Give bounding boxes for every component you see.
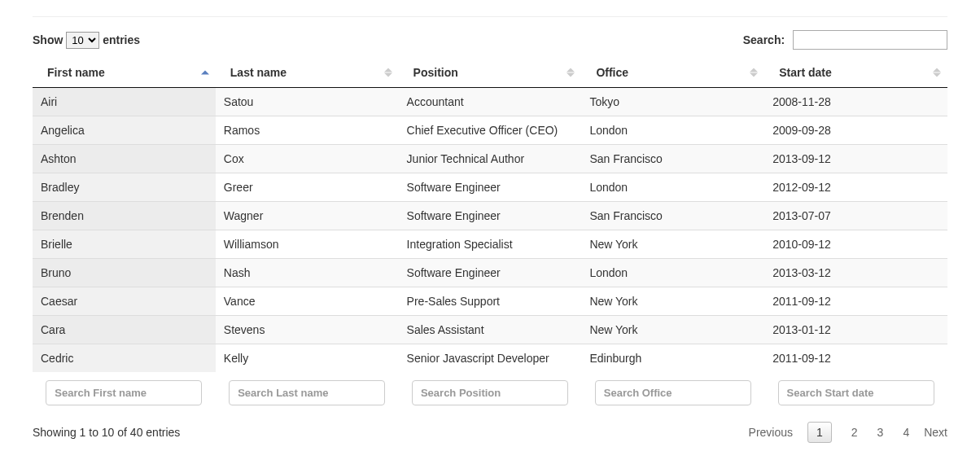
page-number[interactable]: 1 [807,422,832,443]
table-cell: Edinburgh [581,344,764,373]
table-row: CedricKellySenior Javascript DeveloperEd… [33,344,947,373]
entries-label: entries [103,33,140,46]
table-cell: New York [581,316,764,344]
table-cell: 2011-09-12 [764,287,947,316]
table-cell: Kelly [216,344,399,373]
table-cell: London [581,116,764,145]
table-cell: Tokyo [581,88,764,116]
table-cell: Ramos [216,116,399,145]
show-label: Show [33,33,63,46]
table-cell: Sales Assistant [399,316,582,344]
table-info: Showing 1 to 10 of 40 entries [33,426,180,439]
table-cell: Greer [216,173,399,202]
column-header[interactable]: Last name [216,58,399,88]
table-cell: Williamson [216,230,399,259]
table-cell: Angelica [33,116,216,145]
table-cell: San Francisco [581,145,764,173]
table-cell: 2013-01-12 [764,316,947,344]
table-cell: Ashton [33,145,216,173]
table-cell: 2012-09-12 [764,173,947,202]
table-cell: Brenden [33,202,216,230]
table-cell: 2013-09-12 [764,145,947,173]
table-cell: Senior Javascript Developer [399,344,582,373]
table-cell: Chief Executive Officer (CEO) [399,116,582,145]
table-cell: San Francisco [581,202,764,230]
table-row: AshtonCoxJunior Technical AuthorSan Fran… [33,145,947,173]
page-number[interactable]: 3 [877,426,884,439]
data-table: First nameLast namePositionOfficeStart d… [33,58,947,410]
sort-asc-icon [201,71,209,75]
table-cell: 2013-07-07 [764,202,947,230]
table-cell: Airi [33,88,216,116]
table-row: BradleyGreerSoftware EngineerLondon2012-… [33,173,947,202]
previous-button[interactable]: Previous [749,426,793,439]
table-cell: Accountant [399,88,582,116]
table-cell: 2010-09-12 [764,230,947,259]
column-search-input[interactable] [412,380,568,405]
sort-both-icon [933,68,941,77]
table-cell: Bradley [33,173,216,202]
table-cell: Bruno [33,259,216,287]
table-cell: Cedric [33,344,216,373]
column-search-input[interactable] [229,380,385,405]
table-cell: 2013-03-12 [764,259,947,287]
page-number[interactable]: 4 [903,426,909,439]
table-cell: London [581,259,764,287]
table-row: CaraStevensSales AssistantNew York2013-0… [33,316,947,344]
column-header-label: Office [596,66,628,79]
table-row: BrunoNashSoftware EngineerLondon2013-03-… [33,259,947,287]
table-cell: Integration Specialist [399,230,582,259]
table-cell: Wagner [216,202,399,230]
column-header-label: Last name [230,66,287,79]
column-header-label: Start date [779,66,832,79]
table-row: CaesarVancePre-Sales SupportNew York2011… [33,287,947,316]
top-divider [33,16,947,17]
column-header-label: Position [413,66,458,79]
next-button[interactable]: Next [924,426,947,439]
table-cell: Junior Technical Author [399,145,582,173]
table-cell: Satou [216,88,399,116]
table-cell: Brielle [33,230,216,259]
table-cell: Pre-Sales Support [399,287,582,316]
table-cell: Nash [216,259,399,287]
table-row: AiriSatouAccountantTokyo2008-11-28 [33,88,947,116]
column-search-input[interactable] [46,380,202,405]
page-length-select[interactable]: 10 [66,32,99,49]
length-control: Show 10 entries [33,32,140,49]
table-row: BrielleWilliamsonIntegration SpecialistN… [33,230,947,259]
page-number[interactable]: 2 [851,426,858,439]
table-cell: London [581,173,764,202]
table-row: AngelicaRamosChief Executive Officer (CE… [33,116,947,145]
pagination: Previous 1234 Next [749,422,947,443]
column-header[interactable]: Office [581,58,764,88]
sort-both-icon [750,68,758,77]
search-input[interactable] [793,30,947,50]
table-cell: Vance [216,287,399,316]
column-search-input[interactable] [778,380,934,405]
sort-both-icon [384,68,392,77]
table-cell: Software Engineer [399,202,582,230]
table-cell: 2009-09-28 [764,116,947,145]
table-cell: 2008-11-28 [764,88,947,116]
table-row: BrendenWagnerSoftware EngineerSan Franci… [33,202,947,230]
table-cell: New York [581,230,764,259]
column-header[interactable]: Start date [764,58,947,88]
table-cell: Caesar [33,287,216,316]
column-search-input[interactable] [595,380,751,405]
table-cell: New York [581,287,764,316]
search-label: Search: [743,33,785,46]
table-cell: Cara [33,316,216,344]
table-cell: Software Engineer [399,259,582,287]
table-cell: Software Engineer [399,173,582,202]
column-header[interactable]: First name [33,58,216,88]
column-header[interactable]: Position [399,58,582,88]
table-cell: Cox [216,145,399,173]
table-cell: 2011-09-12 [764,344,947,373]
column-header-label: First name [47,66,105,79]
table-cell: Stevens [216,316,399,344]
sort-both-icon [567,68,575,77]
search-control: Search: [743,30,947,50]
